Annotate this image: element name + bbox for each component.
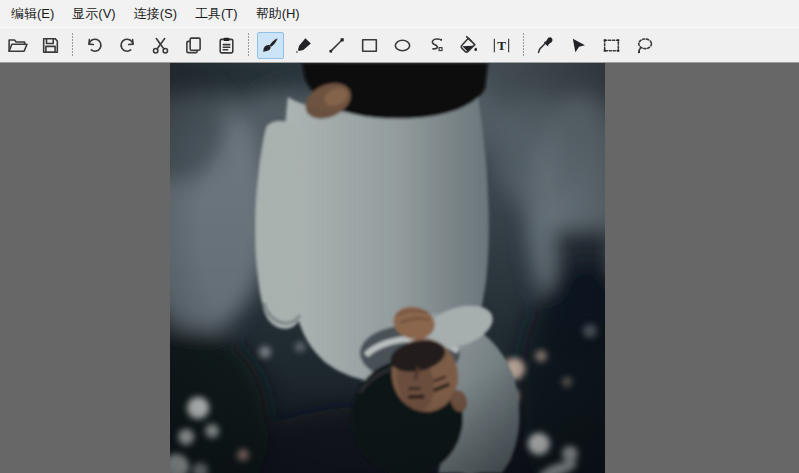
menu-connect[interactable]: 连接(S) bbox=[125, 1, 186, 27]
pointer-tool-button[interactable] bbox=[565, 32, 592, 59]
toolbar-separator bbox=[523, 33, 524, 57]
fill-tool-button[interactable] bbox=[455, 32, 482, 59]
redo-button[interactable] bbox=[114, 32, 141, 59]
folder-open-icon bbox=[7, 35, 28, 56]
copy-button[interactable] bbox=[180, 32, 207, 59]
eyedropper-icon bbox=[535, 35, 556, 56]
toolbar: T bbox=[0, 27, 799, 63]
undo-arrow-icon bbox=[84, 35, 105, 56]
lasso-icon bbox=[634, 35, 655, 56]
curve-tool-button[interactable] bbox=[422, 32, 449, 59]
menu-help[interactable]: 帮助(H) bbox=[247, 1, 309, 27]
open-file-button[interactable] bbox=[4, 32, 31, 59]
menu-edit[interactable]: 编辑(E) bbox=[2, 1, 63, 27]
rectangle-icon bbox=[359, 35, 380, 56]
save-button[interactable] bbox=[37, 32, 64, 59]
eyedropper-tool-button[interactable] bbox=[532, 32, 559, 59]
copy-pages-icon bbox=[183, 35, 204, 56]
floppy-disk-icon bbox=[40, 35, 61, 56]
svg-text:T: T bbox=[497, 38, 506, 53]
brush-tool-button[interactable] bbox=[257, 32, 284, 59]
marker-icon bbox=[293, 35, 314, 56]
paste-button[interactable] bbox=[213, 32, 240, 59]
rect-select-tool-button[interactable] bbox=[598, 32, 625, 59]
canvas-workspace bbox=[0, 63, 799, 473]
ellipse-icon bbox=[392, 35, 413, 56]
photo-man-upside-down bbox=[170, 63, 605, 473]
marker-tool-button[interactable] bbox=[290, 32, 317, 59]
toolbar-separator bbox=[72, 33, 73, 57]
paint-bucket-icon bbox=[458, 35, 479, 56]
pointer-arrow-icon bbox=[568, 35, 589, 56]
toolbar-separator bbox=[248, 33, 249, 57]
line-icon bbox=[326, 35, 347, 56]
cut-button[interactable] bbox=[147, 32, 174, 59]
lasso-tool-button[interactable] bbox=[631, 32, 658, 59]
redo-arrow-icon bbox=[117, 35, 138, 56]
menu-view[interactable]: 显示(V) bbox=[63, 1, 124, 27]
canvas-image[interactable] bbox=[170, 63, 605, 473]
paintbrush-icon bbox=[260, 35, 281, 56]
undo-button[interactable] bbox=[81, 32, 108, 59]
rectangle-tool-button[interactable] bbox=[356, 32, 383, 59]
text-icon: T bbox=[491, 35, 512, 56]
clipboard-icon bbox=[216, 35, 237, 56]
menu-bar: 编辑(E) 显示(V) 连接(S) 工具(T) 帮助(H) bbox=[0, 0, 799, 27]
marquee-icon bbox=[601, 35, 622, 56]
scissors-icon bbox=[150, 35, 171, 56]
menu-tools[interactable]: 工具(T) bbox=[186, 1, 247, 27]
curve-icon bbox=[425, 35, 446, 56]
line-tool-button[interactable] bbox=[323, 32, 350, 59]
ellipse-tool-button[interactable] bbox=[389, 32, 416, 59]
text-tool-button[interactable]: T bbox=[488, 32, 515, 59]
